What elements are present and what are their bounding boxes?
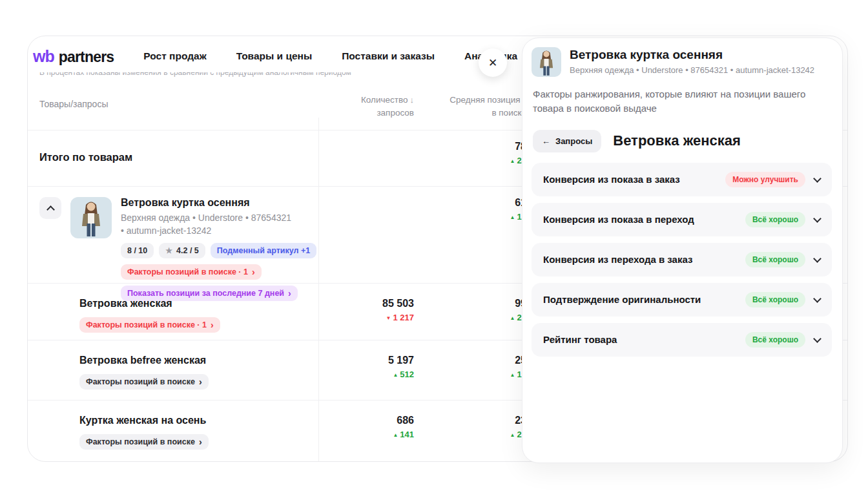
search-position-factors-badge[interactable]: Факторы позиций в поиске› bbox=[79, 374, 209, 390]
sort-desc-icon: ↓ bbox=[410, 95, 415, 105]
status-badge: Всё хорошо bbox=[745, 252, 805, 267]
status-badge: Можно улучшить bbox=[725, 172, 805, 187]
chevron-up-icon bbox=[46, 205, 55, 214]
chevron-right-icon: › bbox=[211, 320, 214, 329]
score-badge: 8 / 10 bbox=[121, 243, 154, 258]
chevron-right-icon: › bbox=[199, 377, 202, 386]
trend-up-icon: ▲ bbox=[510, 214, 515, 220]
trend-up-icon: ▲ bbox=[510, 315, 515, 321]
ranking-factors-panel: Ветровка куртка осенняя Верхняя одежда •… bbox=[522, 37, 843, 463]
avg-position-cell: 25 ▲19 bbox=[415, 355, 526, 379]
search-position-factors-badge[interactable]: Факторы позиций в поиске› bbox=[79, 434, 209, 450]
query-count-cell: 5 197 ▲512 bbox=[299, 355, 414, 379]
factor-originality-confirmation[interactable]: Подтверждение оригинальности Всё хорошо bbox=[532, 283, 832, 317]
factor-conversion-view-to-click[interactable]: Конверсия из показа в переход Всё хорошо bbox=[532, 203, 832, 236]
query-count-cell: 686 ▲141 bbox=[299, 415, 414, 439]
trend-up-icon: ▲ bbox=[510, 372, 515, 378]
column-header-avg-position[interactable]: Средняя позиция↓ в поиске bbox=[415, 94, 526, 120]
status-badge: Всё хорошо bbox=[745, 212, 805, 227]
product-title: Ветровка куртка осенняя bbox=[121, 197, 316, 209]
chevron-right-icon: › bbox=[199, 437, 202, 446]
nav-item-goods-prices[interactable]: Товары и цены bbox=[236, 50, 313, 62]
logo-partners-text: partners bbox=[59, 48, 114, 66]
trend-up-icon: ▲ bbox=[510, 158, 515, 164]
search-position-factors-badge[interactable]: Факторы позиций в поиске · 1› bbox=[121, 264, 262, 280]
total-avg-position-cell: 78 ▲24 bbox=[415, 141, 526, 165]
trend-up-icon: ▲ bbox=[393, 432, 398, 438]
column-header-products-queries: Товары/запросы bbox=[39, 98, 108, 111]
status-badge: Всё хорошо bbox=[745, 292, 805, 307]
query-title: Ветровка женская bbox=[79, 298, 172, 309]
product-subtitle: Верхняя одежда • Understore • 87654321 •… bbox=[121, 212, 295, 237]
chevron-down-icon bbox=[813, 295, 822, 303]
avg-position-cell: 99 ▲28 bbox=[415, 298, 526, 322]
substitute-article-badge[interactable]: Подменный артикул +1 bbox=[211, 243, 316, 258]
status-badge: Всё хорошо bbox=[745, 332, 805, 348]
trend-up-icon: ▲ bbox=[393, 372, 398, 378]
total-row-label: Итого по товарам bbox=[39, 151, 132, 163]
factor-product-rating[interactable]: Рейтинг товара Всё хорошо bbox=[532, 323, 832, 357]
close-panel-button[interactable]: ✕ bbox=[479, 48, 507, 77]
query-count-cell: 85 503 ▼1 217 bbox=[299, 298, 414, 322]
chevron-right-icon: › bbox=[252, 267, 255, 276]
chevron-down-icon bbox=[813, 255, 822, 263]
trend-down-icon: ▼ bbox=[386, 315, 391, 321]
wb-partners-logo[interactable]: wb partners bbox=[33, 47, 114, 66]
product-avg-position-cell: 61 ▲18 bbox=[415, 197, 526, 222]
query-title: Ветровка befree женская bbox=[79, 355, 206, 366]
panel-description: Факторы ранжирования, которые влияют на … bbox=[533, 87, 823, 116]
query-title: Куртка женская на осень bbox=[79, 415, 206, 426]
chevron-down-icon bbox=[813, 174, 822, 183]
rating-badge: ★4.2 / 5 bbox=[159, 243, 205, 258]
close-icon: ✕ bbox=[488, 56, 497, 70]
collapse-row-button[interactable] bbox=[39, 197, 61, 219]
star-icon: ★ bbox=[165, 246, 172, 255]
ranking-factors-list: Конверсия из показа в заказ Можно улучши… bbox=[532, 163, 832, 357]
product-image bbox=[70, 197, 112, 238]
back-arrow-icon: ← bbox=[542, 136, 550, 146]
trend-up-icon: ▲ bbox=[510, 432, 515, 438]
logo-wb-mark: wb bbox=[33, 47, 54, 66]
product-image bbox=[532, 47, 561, 77]
column-header-query-count[interactable]: Количество↓ запросов bbox=[299, 94, 414, 120]
avg-position-cell: 23 ▲21 bbox=[415, 415, 526, 439]
nav-item-sales-growth[interactable]: Рост продаж bbox=[143, 50, 206, 62]
factor-conversion-click-to-order[interactable]: Конверсия из перехода в заказ Всё хорошо bbox=[532, 243, 832, 276]
chevron-down-icon bbox=[813, 214, 822, 223]
search-position-factors-badge[interactable]: Факторы позиций в поиске · 1› bbox=[79, 317, 220, 333]
factor-conversion-view-to-order[interactable]: Конверсия из показа в заказ Можно улучши… bbox=[532, 163, 832, 196]
panel-product-title: Ветровка куртка осенняя bbox=[570, 48, 814, 62]
chevron-down-icon bbox=[813, 335, 822, 343]
panel-query-title: Ветровка женская bbox=[613, 132, 741, 149]
back-to-queries-button[interactable]: ← Запросы bbox=[533, 130, 601, 152]
nav-item-supplies-orders[interactable]: Поставки и заказы bbox=[342, 50, 435, 62]
panel-product-subtitle: Верхняя одежда • Understore • 87654321 •… bbox=[570, 65, 814, 75]
